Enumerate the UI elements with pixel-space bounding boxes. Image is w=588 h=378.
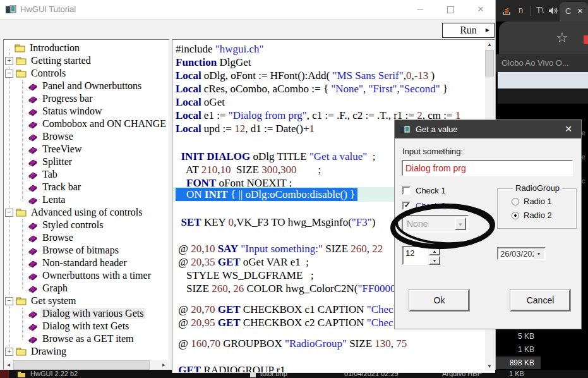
- explorer-folder-name[interactable]: HwGUI 2.22 b2: [30, 370, 78, 378]
- tree-item[interactable]: Combobox and ON CHANGE e: [4, 118, 169, 130]
- check1-label[interactable]: Check 1: [416, 186, 446, 195]
- code-line: @ 20,10 SAY "Input something:" SIZE 260,…: [176, 242, 383, 255]
- scroll-left-icon[interactable]: ◄: [4, 360, 13, 370]
- window-title-bar[interactable]: HwGUI Tutorial ─ ✕: [0, 0, 495, 20]
- tab-favicon-letter: C: [565, 6, 571, 16]
- check2-label[interactable]: Check 2: [416, 201, 446, 210]
- spinner-down-icon[interactable]: ▼: [429, 256, 440, 265]
- folder-icon: [16, 296, 27, 305]
- tree-item[interactable]: Graph: [4, 282, 169, 295]
- small-folder-icon: [18, 371, 25, 378]
- scrollbar-thumb[interactable]: [13, 360, 150, 370]
- tree-view[interactable]: Introduction+Getting started−ControlsPan…: [3, 39, 169, 370]
- maximize-icon: [447, 6, 454, 13]
- tree-item[interactable]: Progress bar: [4, 92, 169, 105]
- tree-item-label: Lenta: [40, 194, 67, 205]
- tab-close-icon[interactable]: ✕: [577, 6, 584, 16]
- tree-item[interactable]: Dialog with various Gets: [4, 307, 169, 320]
- tree-expander-plus-icon[interactable]: +: [5, 348, 13, 356]
- cancel-button[interactable]: Cancel: [510, 290, 570, 311]
- code-line: SET KEY 0,VK_F3 TO hwg_Msginfo("F3"): [176, 216, 375, 229]
- book-icon: [27, 195, 38, 205]
- code-line: ON INIT { || oDlg:oCombo:disable() }: [176, 188, 357, 201]
- check1-checkbox[interactable]: [402, 186, 411, 195]
- code-line: Local oGet: [176, 95, 225, 109]
- tree-item[interactable]: Dialog with text Gets: [4, 320, 169, 332]
- tree-item-label: Panel and Ownerbuttons: [40, 80, 143, 92]
- combo-dropdown-icon[interactable]: ▼: [455, 217, 466, 230]
- radio1-button[interactable]: [512, 198, 519, 205]
- radio1-label[interactable]: Radio 1: [524, 197, 552, 206]
- tree-horizontal-scrollbar[interactable]: ◄ ►: [4, 360, 169, 370]
- explorer-size-row[interactable]: 1 KB: [495, 343, 541, 356]
- tab-divider: [531, 6, 531, 16]
- code-line: @ 20,35 GET oGet VAR e1 ;: [176, 255, 309, 269]
- code-line: Function DlgGet: [176, 56, 251, 69]
- scrollbar-thumb[interactable]: [485, 50, 494, 76]
- scroll-down-icon[interactable]: ▼: [485, 362, 494, 371]
- tree-item[interactable]: +Drawing: [4, 345, 169, 358]
- tree-expander-minus-icon[interactable]: −: [5, 70, 13, 78]
- date-dropdown-icon[interactable]: ▼: [534, 249, 544, 259]
- tree-item[interactable]: Browse: [4, 130, 169, 143]
- browser-tab-letter-tv[interactable]: T\: [536, 5, 544, 15]
- browser-active-tab[interactable]: C ✕: [560, 2, 588, 21]
- spinner-input[interactable]: 12: [402, 246, 428, 265]
- date-value: 26/03/202: [500, 249, 536, 259]
- dialog-title-bar[interactable]: Get a value ✕: [395, 120, 581, 138]
- tree-item[interactable]: Track bar: [4, 181, 169, 193]
- date-picker[interactable]: 26/03/202 ▼: [497, 247, 546, 260]
- tree-item[interactable]: Splitter: [4, 155, 169, 168]
- get-a-value-dialog: Get a value ✕ Input something: Dialog fr…: [395, 120, 581, 329]
- radio2-button[interactable]: [512, 212, 519, 219]
- code-line: INIT DIALOG oDlg TITLE "Get a value" ;: [176, 150, 375, 163]
- tree-item[interactable]: −Advanced using of controls: [4, 206, 169, 219]
- explorer-size-row[interactable]: 5 KB: [495, 330, 541, 343]
- maximize-button[interactable]: [436, 0, 465, 18]
- combo-box-disabled[interactable]: None ▼: [402, 215, 469, 233]
- tree-item[interactable]: TreeView: [4, 143, 169, 155]
- app-icon: [6, 5, 16, 17]
- explorer-size-row[interactable]: 898 KB: [495, 357, 541, 369]
- bookmark-label[interactable]: Globo Ao Vivo O...: [501, 58, 569, 68]
- check2-checkbox[interactable]: ✓: [402, 202, 411, 210]
- tree-item[interactable]: Non-standard header: [4, 257, 169, 269]
- spinner-up-icon[interactable]: ▲: [429, 247, 440, 255]
- book-icon: [27, 246, 38, 255]
- tree-expander-minus-icon[interactable]: −: [5, 297, 13, 305]
- book-icon: [27, 119, 38, 129]
- close-button[interactable]: ✕: [466, 0, 495, 18]
- tree-expander-plus-icon[interactable]: +: [5, 57, 13, 65]
- radio2-label[interactable]: Radio 2: [524, 210, 552, 220]
- tree-item[interactable]: Styled controls: [4, 219, 169, 231]
- tree-item[interactable]: Browse as a GET item: [4, 332, 169, 345]
- tree-item[interactable]: +Getting started: [4, 54, 169, 67]
- book-icon: [27, 259, 38, 268]
- tree-item[interactable]: −Controls: [4, 67, 169, 80]
- browser-tab-letter-n[interactable]: n: [519, 5, 523, 15]
- tree-item[interactable]: Tab: [4, 168, 169, 181]
- scroll-right-icon[interactable]: ►: [159, 360, 169, 370]
- tree-item[interactable]: Status window: [4, 105, 169, 118]
- tree-item[interactable]: Browse of bitmaps: [4, 244, 169, 257]
- tree-item-label: TreeView: [40, 143, 83, 155]
- tree-item[interactable]: Lenta: [4, 193, 169, 206]
- code-line: GET RADIOGROUP r1: [176, 363, 285, 373]
- tree-item[interactable]: Browse: [4, 231, 169, 244]
- tree-item[interactable]: Ownerbuttons with a timer: [4, 269, 169, 282]
- tree-item[interactable]: −Get system: [4, 295, 169, 307]
- stack-overflow-icon[interactable]: [501, 6, 512, 18]
- text-input[interactable]: Dialog from prg: [402, 160, 573, 176]
- dialog-close-icon[interactable]: ✕: [559, 120, 578, 138]
- minimize-button[interactable]: ─: [405, 0, 435, 18]
- tree-item[interactable]: Introduction: [4, 42, 169, 54]
- code-line: @ 160,70 GROUPBOX "RadioGroup" SIZE 130,…: [176, 337, 407, 350]
- tree-expander-minus-icon[interactable]: −: [5, 209, 13, 217]
- run-button[interactable]: Run ▶: [442, 23, 495, 38]
- tree-item[interactable]: Panel and Ownerbuttons: [4, 80, 169, 92]
- scroll-up-icon[interactable]: ▲: [485, 40, 494, 49]
- bookmark-star-icon[interactable]: ☆: [556, 31, 568, 45]
- folder-icon: [15, 44, 25, 52]
- browser-bookmark-row: Globo Ao Vivo O...: [495, 54, 588, 72]
- ok-button[interactable]: Ok: [409, 290, 469, 311]
